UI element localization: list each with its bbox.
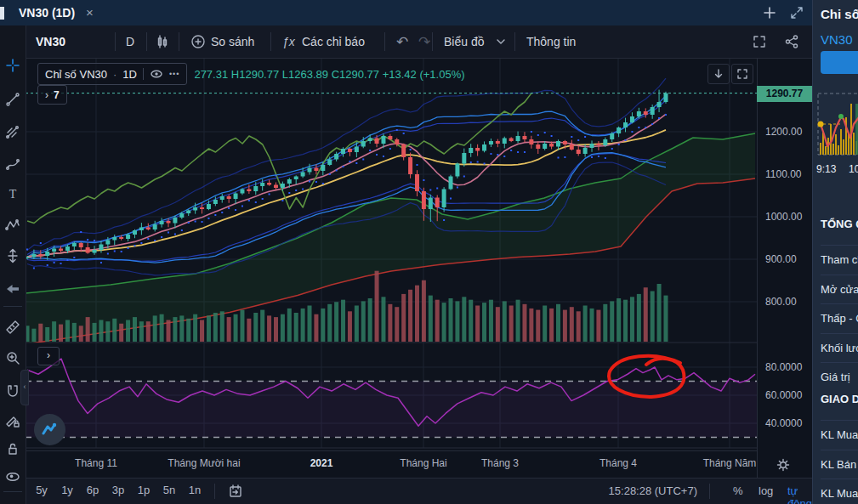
- sidebar-row[interactable]: Mở cửa: [821, 275, 858, 303]
- trading-terminal: { "tab_bar": {"title": "VN30 (1D)", "clo…: [0, 0, 858, 504]
- time-axis-label: Tháng Năm: [683, 457, 776, 469]
- sidebar-mini-chart[interactable]: [813, 85, 858, 163]
- mini-chart-time-1: 10:: [849, 163, 858, 175]
- price-tick-label: 1200.00: [765, 126, 802, 138]
- range-button-5n[interactable]: 5n: [158, 484, 180, 496]
- series-legend[interactable]: Chỉ số VN30 · 1D •••: [37, 63, 187, 85]
- sidebar-title: Chi số: [821, 7, 858, 21]
- rsi-tick-label: 60.0000: [765, 389, 802, 401]
- sidebar-symbol[interactable]: VN30: [821, 32, 853, 47]
- range-button-1n[interactable]: 1n: [184, 484, 206, 496]
- main-legend: Chỉ số VN30 · 1D ••• 277.31 H1290.77 L12…: [37, 63, 465, 85]
- indicators-button[interactable]: Các chỉ báo: [302, 25, 365, 58]
- sidebar-row[interactable]: Khối lượng: [821, 333, 858, 362]
- xabcd-pattern-tool-icon[interactable]: [0, 212, 26, 238]
- chart-menu-button[interactable]: Biểu đồ: [444, 25, 484, 58]
- indicators-collapse-button[interactable]: ›7: [37, 85, 67, 105]
- text-tool-icon[interactable]: T: [0, 182, 26, 207]
- sidebar-row[interactable]: Thấp - Cao: [821, 303, 858, 332]
- series-interval: 1D: [122, 68, 137, 81]
- main-toolbar: VN30 D So sánh ƒx Các chỉ báo ↶ ↷ Biểu đ…: [26, 25, 812, 59]
- rsi-tick-label: 80.0000: [765, 361, 802, 373]
- drawing-mode-lock-icon[interactable]: [0, 408, 26, 433]
- pitchfork-tool-icon[interactable]: [0, 119, 26, 144]
- arrow-tool-icon[interactable]: [0, 276, 26, 302]
- tab-title[interactable]: VN30 (1D): [19, 6, 75, 20]
- trend-line-tool-icon[interactable]: [0, 87, 26, 112]
- sidebar-row[interactable]: KL Mua: [821, 420, 858, 449]
- undo-icon[interactable]: ↶: [396, 25, 408, 58]
- position-tool-icon[interactable]: [0, 243, 26, 269]
- auto-scale-button[interactable]: tự động: [787, 484, 812, 504]
- chart-pane[interactable]: [26, 58, 757, 450]
- last-price-badge: 1290.77: [757, 86, 812, 102]
- interval-button[interactable]: D: [126, 25, 134, 58]
- pane-move-down-icon[interactable]: [707, 64, 730, 84]
- lock-all-icon[interactable]: [0, 436, 26, 462]
- compare-plus-icon[interactable]: [190, 34, 206, 49]
- brush-tool-icon[interactable]: [0, 151, 26, 177]
- tab-bar: VN30 (1D) ×: [0, 0, 812, 25]
- info-button[interactable]: Thông tin: [526, 25, 576, 58]
- mini-chart-time-0: 9:13: [816, 163, 836, 175]
- series-title: Chỉ số VN30: [45, 68, 107, 81]
- sidebar-row[interactable]: KL Mua: [821, 479, 858, 504]
- price-axis[interactable]: [757, 58, 813, 478]
- sidebar-section-header: GIAO DỊCH: [821, 389, 858, 410]
- fx-icon: ƒx: [282, 25, 295, 58]
- compare-button[interactable]: So sánh: [211, 25, 254, 58]
- tab-close-icon[interactable]: ×: [86, 5, 94, 20]
- time-axis-label: Tháng 3: [453, 457, 547, 469]
- time-axis-label: Tháng Mười hai: [157, 457, 251, 469]
- percent-scale-button[interactable]: %: [733, 484, 743, 497]
- price-tick-label: 900.00: [765, 253, 797, 265]
- fullscreen-icon[interactable]: [752, 34, 767, 49]
- chart-style-icon[interactable]: [155, 34, 170, 49]
- clock[interactable]: 15:28:28 (UTC+7): [553, 484, 697, 497]
- watchlist-sidebar: Chi số VN30 9:13 10: TỔNG QUANTham chiếu…: [812, 0, 858, 504]
- ruler-tool-icon[interactable]: [0, 314, 26, 340]
- zoom-in-tool-icon[interactable]: [0, 345, 26, 371]
- sidebar-section-header: TỔNG QUAN: [821, 214, 858, 235]
- sidebar-row[interactable]: KL Bán: [821, 450, 858, 479]
- range-button-5y[interactable]: 5y: [31, 484, 53, 496]
- eye-icon[interactable]: [150, 67, 163, 81]
- sidebar-row[interactable]: Giá trị: [821, 362, 858, 391]
- redo-icon[interactable]: ↷: [418, 25, 430, 58]
- broker-logo[interactable]: [34, 414, 65, 445]
- axis-settings-gear-icon[interactable]: [776, 457, 791, 473]
- price-tick-label: 800.00: [765, 296, 797, 308]
- pane-collapse-button[interactable]: ›: [37, 347, 60, 365]
- window-edge-fragment: [0, 7, 4, 20]
- sidebar-action-button[interactable]: [821, 51, 858, 74]
- trash-tool-icon[interactable]: [0, 498, 26, 504]
- range-button-3p[interactable]: 3p: [107, 484, 129, 496]
- collapse-toolbar-handle[interactable]: ‹: [20, 370, 29, 405]
- crosshair-tool-icon[interactable]: [0, 53, 26, 78]
- series-menu-dots-icon[interactable]: •••: [169, 70, 179, 78]
- go-to-date-icon[interactable]: [228, 484, 243, 499]
- symbol-button[interactable]: VN30: [36, 25, 65, 58]
- ohlc-values: 277.31 H1290.77 L1263.89 C1290.77 +13.42…: [194, 68, 464, 81]
- log-scale-button[interactable]: log: [759, 484, 773, 497]
- price-tick-label: 1000.00: [765, 211, 802, 223]
- chevron-down-icon: [495, 36, 507, 48]
- price-tick-label: 1100.00: [765, 168, 802, 180]
- drawing-toolbar: T ‹: [0, 25, 26, 504]
- rsi-tick-label: 40.0000: [765, 417, 802, 429]
- time-axis-label: Tháng 4: [571, 457, 665, 469]
- hide-drawings-eye-icon[interactable]: [0, 464, 26, 490]
- time-axis-label: 2021: [275, 457, 368, 469]
- range-button-1y[interactable]: 1y: [56, 484, 78, 496]
- sidebar-row[interactable]: Tham chiếu: [821, 245, 858, 274]
- add-tab-icon[interactable]: [762, 5, 777, 20]
- time-axis-label: Tháng 11: [49, 457, 143, 469]
- expand-window-icon[interactable]: [789, 5, 804, 20]
- range-button-1p[interactable]: 1p: [133, 484, 155, 496]
- pane-maximize-icon[interactable]: [731, 64, 753, 84]
- share-icon[interactable]: [784, 34, 799, 49]
- range-button-6p[interactable]: 6p: [82, 484, 104, 496]
